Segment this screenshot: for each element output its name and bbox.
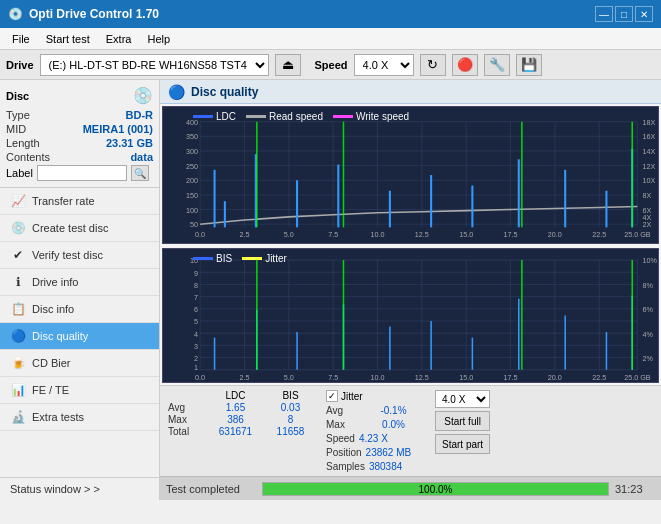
status-window-button[interactable]: Status window > > xyxy=(0,477,159,500)
stats-right-panel: ✓ Jitter Avg -0.1% Max 0.0% Speed 4.23 X xyxy=(326,390,421,472)
content-header-icon: 🔵 xyxy=(168,84,185,100)
close-button[interactable]: ✕ xyxy=(635,6,653,22)
drive-select[interactable]: (E:) HL-DT-ST BD-RE WH16NS58 TST4 xyxy=(40,54,269,76)
speed-select[interactable]: 4.0 X xyxy=(354,54,414,76)
svg-text:17.5: 17.5 xyxy=(504,230,518,239)
stats-header-row: LDC BIS xyxy=(168,390,318,401)
svg-text:15.0: 15.0 xyxy=(459,230,473,239)
svg-text:10.0: 10.0 xyxy=(370,230,384,239)
sidebar-item-extra-tests[interactable]: 🔬 Extra tests xyxy=(0,404,159,431)
samples-val: 380384 xyxy=(369,461,402,472)
stats-total-bis: 11658 xyxy=(263,426,318,437)
save-button[interactable]: 💾 xyxy=(516,54,542,76)
speed-row: Speed 4.23 X xyxy=(326,433,421,444)
sidebar-item-drive-info[interactable]: ℹ Drive info xyxy=(0,269,159,296)
drive-label: Drive xyxy=(6,59,34,71)
start-buttons: Start full Start part xyxy=(435,411,490,454)
legend-jitter: Jitter xyxy=(242,253,287,264)
minimize-button[interactable]: — xyxy=(595,6,613,22)
svg-text:18X: 18X xyxy=(643,118,656,127)
svg-text:10.0: 10.0 xyxy=(370,373,384,382)
menu-extra[interactable]: Extra xyxy=(98,31,140,47)
sidebar-item-disc-info[interactable]: 📋 Disc info xyxy=(0,296,159,323)
svg-text:7: 7 xyxy=(194,293,198,302)
svg-text:3: 3 xyxy=(194,342,198,351)
disc-contents-row: Contents data xyxy=(6,151,153,163)
svg-text:300: 300 xyxy=(186,147,198,156)
start-part-button[interactable]: Start part xyxy=(435,434,490,454)
menu-help[interactable]: Help xyxy=(139,31,178,47)
sidebar-item-transfer-rate[interactable]: 📈 Transfer rate xyxy=(0,188,159,215)
disc-label-button[interactable]: 🔍 xyxy=(131,165,149,181)
status-text: Test completed xyxy=(166,483,256,495)
svg-text:12.5: 12.5 xyxy=(415,230,429,239)
save-icon: 💾 xyxy=(521,57,537,72)
svg-text:250: 250 xyxy=(186,162,198,171)
sidebar-item-create-test-disc[interactable]: 💿 Create test disc xyxy=(0,215,159,242)
menu-start-test[interactable]: Start test xyxy=(38,31,98,47)
menu-file[interactable]: File xyxy=(4,31,38,47)
legend-bis-label: BIS xyxy=(216,253,232,264)
burn-icon: 🔴 xyxy=(457,57,473,72)
sidebar-item-label-transfer-rate: Transfer rate xyxy=(32,195,95,207)
stats-avg-label: Avg xyxy=(168,402,208,413)
disc-label-row: Label 🔍 xyxy=(6,165,153,181)
sidebar-item-disc-quality[interactable]: 🔵 Disc quality xyxy=(0,323,159,350)
stats-avg-row: Avg 1.65 0.03 xyxy=(168,402,318,413)
sidebar-item-label-disc-quality: Disc quality xyxy=(32,330,88,342)
disc-length-row: Length 23.31 GB xyxy=(6,137,153,149)
stats-max-bis: 8 xyxy=(263,414,318,425)
svg-text:6%: 6% xyxy=(643,305,654,314)
sidebar-item-cd-bier[interactable]: 🍺 CD Bier xyxy=(0,350,159,377)
start-full-button[interactable]: Start full xyxy=(435,411,490,431)
svg-text:2%: 2% xyxy=(643,354,654,363)
position-val: 23862 MB xyxy=(366,447,412,458)
svg-text:0.0: 0.0 xyxy=(195,373,205,382)
sidebar-item-verify-test-disc[interactable]: ✔ Verify test disc xyxy=(0,242,159,269)
disc-contents-label: Contents xyxy=(6,151,50,163)
legend-read-speed-label: Read speed xyxy=(269,111,323,122)
eject-button[interactable]: ⏏ xyxy=(275,54,301,76)
disc-label-input[interactable] xyxy=(37,165,127,181)
sidebar-item-label-disc-info: Disc info xyxy=(32,303,74,315)
svg-text:8%: 8% xyxy=(643,281,654,290)
sidebar-item-fe-te[interactable]: 📊 FE / TE xyxy=(0,377,159,404)
chart2-svg: 10 9 8 7 6 5 4 3 2 1 10% 8% 6% 4% 2% xyxy=(163,249,658,382)
settings-button[interactable]: 🔧 xyxy=(484,54,510,76)
disc-label-key: Label xyxy=(6,167,33,179)
sidebar-item-label-fe-te: FE / TE xyxy=(32,384,69,396)
stats-table: LDC BIS Avg 1.65 0.03 Max 386 8 Total xyxy=(168,390,318,437)
svg-text:14X: 14X xyxy=(643,147,656,156)
stats-total-row: Total 631671 11658 xyxy=(168,426,318,437)
svg-text:4: 4 xyxy=(194,329,198,338)
stats-max-label: Max xyxy=(168,414,208,425)
svg-text:22.5: 22.5 xyxy=(592,230,606,239)
test-speed-select[interactable]: 4.0 X xyxy=(435,390,490,408)
time-text: 31:23 xyxy=(615,483,655,495)
refresh-button[interactable]: ↻ xyxy=(420,54,446,76)
sidebar-nav: 📈 Transfer rate 💿 Create test disc ✔ Ver… xyxy=(0,188,159,477)
jitter-checkbox[interactable]: ✓ xyxy=(326,390,338,402)
title-bar: 💿 Opti Drive Control 1.70 — □ ✕ xyxy=(0,0,661,28)
legend-write-speed-color xyxy=(333,115,353,118)
svg-text:15.0: 15.0 xyxy=(459,373,473,382)
burn-button[interactable]: 🔴 xyxy=(452,54,478,76)
chart2-legend: BIS Jitter xyxy=(193,253,287,264)
legend-bis-color xyxy=(193,257,213,260)
legend-jitter-color xyxy=(242,257,262,260)
svg-text:12X: 12X xyxy=(643,162,656,171)
position-label: Position xyxy=(326,447,362,458)
legend-jitter-label: Jitter xyxy=(265,253,287,264)
legend-write-speed-label: Write speed xyxy=(356,111,409,122)
svg-text:25.0 GB: 25.0 GB xyxy=(624,230,651,239)
sidebar-item-label-verify-test-disc: Verify test disc xyxy=(32,249,103,261)
stats-total-label: Total xyxy=(168,426,208,437)
svg-text:9: 9 xyxy=(194,268,198,277)
maximize-button[interactable]: □ xyxy=(615,6,633,22)
disc-mid-label: MID xyxy=(6,123,26,135)
progress-area: Test completed 100.0% 31:23 xyxy=(160,476,661,500)
stats-bis-header: BIS xyxy=(263,390,318,401)
samples-row: Samples 380384 xyxy=(326,461,421,472)
disc-info-header: Disc 💿 xyxy=(6,86,153,105)
svg-text:8: 8 xyxy=(194,281,198,290)
